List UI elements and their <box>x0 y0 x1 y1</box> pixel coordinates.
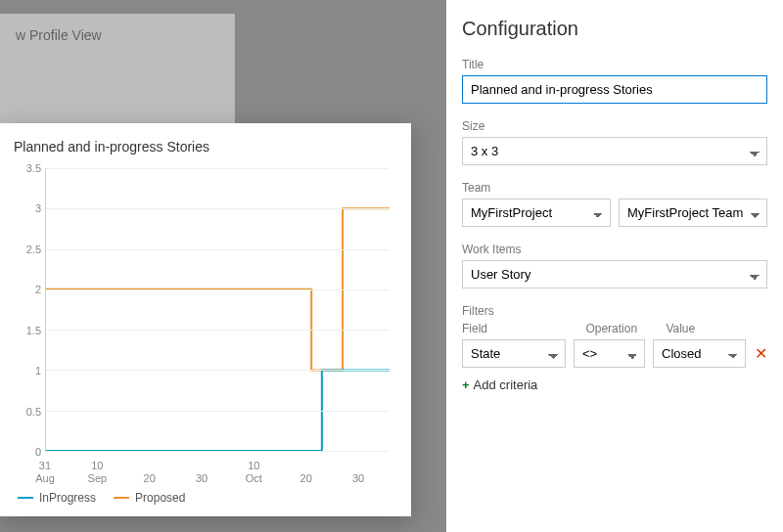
y-tick-label: 3 <box>12 202 41 214</box>
title-input[interactable] <box>462 75 767 104</box>
team-field-group: Team MyFirstProject MyFirstProject Team <box>462 181 767 227</box>
add-criteria-button[interactable]: + Add criteria <box>462 377 767 392</box>
chart-axes <box>45 168 390 452</box>
size-label: Size <box>462 119 767 133</box>
filters-label: Filters <box>462 304 767 318</box>
filter-operation-select[interactable]: <> <box>574 339 645 368</box>
y-tick-label: 3.5 <box>12 162 41 174</box>
x-tick-label: 31 Aug <box>35 460 55 485</box>
plus-icon: + <box>462 377 470 392</box>
chart-plot: 00.511.522.533.531 Aug10 Sep203010 Oct20… <box>12 162 399 485</box>
y-tick-label: 2.5 <box>12 244 41 255</box>
legend-label-inprogress: InProgress <box>39 491 96 505</box>
x-tick-label: 10 Sep <box>88 460 108 485</box>
workitems-label: Work Items <box>462 243 767 256</box>
remove-filter-icon[interactable]: ✕ <box>754 344 767 363</box>
legend-label-proposed: Proposed <box>135 491 185 505</box>
filter-field-select[interactable]: State <box>462 339 566 368</box>
legend-swatch-proposed <box>114 497 129 499</box>
filter-value-select[interactable]: Closed <box>653 339 746 368</box>
filters-group: Filters Field Operation Value State <> C… <box>462 304 767 392</box>
x-tick-label: 20 <box>144 472 156 485</box>
add-criteria-label: Add criteria <box>474 377 538 392</box>
title-field-group: Title <box>462 58 767 104</box>
team-name-select[interactable]: MyFirstProject Team <box>619 199 767 227</box>
filter-col-field: Field <box>462 322 577 335</box>
background-card-title: w Profile View <box>16 27 102 43</box>
size-select[interactable]: 3 x 3 <box>462 137 767 165</box>
legend-item-inprogress: InProgress <box>18 491 96 505</box>
y-tick-label: 1.5 <box>12 325 41 336</box>
x-tick-label: 30 <box>352 472 364 485</box>
configuration-heading: Configuration <box>462 18 767 40</box>
filter-row: State <> Closed ✕ <box>462 339 767 368</box>
x-tick-label: 30 <box>196 472 207 485</box>
chart-title: Planned and in-progress Stories <box>14 139 399 155</box>
y-tick-label: 0.5 <box>12 406 41 418</box>
y-tick-label: 2 <box>12 284 41 295</box>
x-tick-label: 20 <box>300 472 312 485</box>
chart-preview-card: Planned and in-progress Stories 00.511.5… <box>0 123 411 516</box>
workitems-field-group: Work Items User Story <box>462 243 767 288</box>
filter-col-value: Value <box>666 322 767 335</box>
filters-header: Field Operation Value <box>462 322 767 335</box>
preview-area: w Profile View Planned and in-progress S… <box>0 0 446 532</box>
team-label: Team <box>462 181 767 195</box>
size-field-group: Size 3 x 3 <box>462 119 767 165</box>
legend-swatch-inprogress <box>18 497 33 499</box>
configuration-pane: Configuration Title Size 3 x 3 Team MyFi… <box>446 0 783 532</box>
workitems-select[interactable]: User Story <box>462 260 767 288</box>
legend-item-proposed: Proposed <box>114 491 185 505</box>
x-tick-label: 10 Oct <box>246 460 262 485</box>
team-project-select[interactable]: MyFirstProject <box>462 199 611 227</box>
title-label: Title <box>462 58 767 71</box>
y-tick-label: 1 <box>12 365 41 377</box>
y-tick-label: 0 <box>12 446 41 458</box>
chart-lines <box>46 168 390 451</box>
chart-legend: InProgress Proposed <box>18 491 399 505</box>
filter-col-operation: Operation <box>585 322 658 335</box>
